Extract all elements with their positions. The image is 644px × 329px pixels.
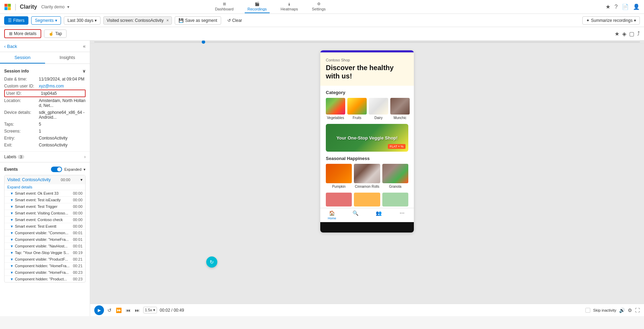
event-item-9: ▼ Tap: "Your One-Stop Veggie S... 00:19 (5, 249, 85, 256)
phone-nav-search[interactable]: 🔍 (344, 210, 367, 220)
timeline-track[interactable] (94, 42, 640, 42)
category-munchic[interactable]: Munchic (390, 98, 410, 120)
refresh-float-button[interactable]: ↻ (206, 256, 217, 268)
event-group-dropdown-icon[interactable]: ▾ (80, 177, 82, 182)
event-arrow-icon[interactable]: ▼ (10, 244, 14, 248)
event-arrow-icon[interactable]: ▼ (10, 271, 14, 275)
shop-hero: Contoso Shop Discover the healthy with u… (320, 52, 414, 86)
screenshot-button[interactable]: ▢ (629, 31, 634, 37)
banner-image[interactable]: Your One-Stop Veggie Shop! FLAT + % (326, 124, 408, 152)
skip-checkbox[interactable] (585, 308, 590, 313)
skip-inactivity-label[interactable]: Skip inactivity (593, 308, 616, 312)
nav-right-icons: ★ ? 📄 👤 (606, 3, 640, 10)
event-arrow-icon[interactable]: ▼ (10, 218, 14, 222)
event-arrow-icon[interactable]: ▼ (10, 225, 14, 228)
event-arrow-icon[interactable]: ▼ (10, 277, 14, 281)
event-arrow-icon[interactable]: ▼ (10, 238, 14, 242)
replay-button[interactable]: ↺ (107, 307, 112, 314)
tap-button[interactable]: ☝ Tap (44, 29, 66, 38)
fullscreen-icon[interactable]: ⛶ (635, 307, 640, 313)
timeline-handle[interactable] (202, 41, 205, 44)
heatmaps-icon: 🌡 (287, 2, 291, 6)
brand: | Clarity Clarity demo ▾ (4, 3, 69, 11)
more-icon: ⋯ (400, 210, 404, 216)
category-dairy[interactable]: Dairy (369, 98, 388, 120)
session-info-section: Session info ∨ Date & time: 11/19/2024, … (0, 64, 90, 151)
community-icon: 👥 (376, 210, 382, 216)
filters-button[interactable]: ☰ Filters (4, 16, 28, 25)
event-arrow-icon[interactable]: ▼ (10, 205, 14, 209)
bookmark-button[interactable]: ★ (615, 31, 619, 37)
labels-row[interactable]: Labels 3 › (0, 151, 90, 162)
more-details-button[interactable]: ⊞ More details (4, 29, 41, 38)
top-nav: | Clarity Clarity demo ▾ ⊞ Dashboard 🎬 R… (0, 0, 644, 14)
prev-button[interactable]: ⏮ (125, 307, 131, 314)
info-exit: Exit: ContosoActivity (4, 142, 86, 149)
help-icon[interactable]: ? (615, 4, 618, 10)
forward-button[interactable]: ⏩ (115, 307, 122, 314)
phone-bottom-nav: 🏠 Home 🔍 👥 ⋯ (320, 208, 414, 222)
event-arrow-icon[interactable]: ▼ (10, 211, 14, 215)
tap-icon: ☝ (49, 31, 54, 36)
export-button[interactable]: ⤴ (637, 31, 640, 37)
next-button[interactable]: ⏭ (134, 307, 140, 314)
nav-heatmaps[interactable]: 🌡 Heatmaps (278, 1, 301, 13)
expanded-toggle[interactable]: Expanded ▾ (51, 167, 86, 172)
settings-icon: ⚙ (317, 2, 321, 6)
event-arrow-icon[interactable]: ▼ (10, 231, 14, 235)
pumpkin-img (326, 164, 352, 183)
cinnamon-rolls-img (354, 164, 380, 183)
event-group-header[interactable]: Visited: ContosoActivity 00:00 ▾ (5, 175, 85, 184)
toggle-switch[interactable] (51, 167, 62, 172)
event-arrow-icon[interactable]: ▼ (10, 264, 14, 268)
date-dropdown-icon: ▾ (95, 18, 97, 23)
segments-button[interactable]: Segments ▾ (31, 16, 61, 25)
category-fruits[interactable]: Fruits (347, 98, 367, 120)
save-segment-button[interactable]: 💾 Save as segment (175, 16, 221, 25)
document-icon[interactable]: 📄 (622, 3, 629, 10)
event-arrow-icon[interactable]: ▼ (10, 258, 14, 261)
events-dropdown-icon[interactable]: ▾ (84, 167, 86, 172)
event-item-5: ▼ Smart event: Test Eventt 00:00 (5, 223, 85, 229)
play-button[interactable]: ▶ (94, 305, 104, 315)
phone-nav-home[interactable]: 🏠 Home (320, 210, 344, 220)
nav-settings[interactable]: ⚙ Settings (309, 0, 329, 13)
speed-button[interactable]: 1.5x ▾ (143, 307, 157, 313)
event-arrow-icon[interactable]: ▼ (10, 198, 14, 202)
event-arrow-icon[interactable]: ▼ (10, 192, 14, 195)
phone-frame: Contoso Shop Discover the healthy with u… (320, 50, 414, 233)
favorite-icon[interactable]: ★ (606, 3, 610, 10)
nav-dashboard[interactable]: ⊞ Dashboard (212, 0, 236, 13)
expand-details-link[interactable]: Expand details (5, 184, 85, 190)
info-custom-user-id: Custom user ID: xyz@ms.com (4, 83, 86, 90)
account-icon[interactable]: 👤 (633, 3, 640, 10)
back-button[interactable]: ‹ Back (4, 44, 17, 49)
volume-icon[interactable]: 🔊 (619, 307, 625, 313)
category-vegetables[interactable]: Vegetables (326, 98, 345, 120)
action-bar: ⊞ More details ☝ Tap ★ ◈ ▢ ⤴ (0, 27, 644, 41)
sidebar-tabs: Session Insights (0, 52, 90, 64)
seasonal-granola[interactable]: Granola (382, 164, 408, 188)
sidebar-collapse-button[interactable]: « (83, 43, 86, 49)
tab-insights[interactable]: Insights (45, 52, 90, 64)
session-info-toggle[interactable]: Session info ∨ (4, 67, 86, 76)
nav-recordings[interactable]: 🎬 Recordings (245, 0, 270, 13)
toggle-icon[interactable]: ⚙ (628, 307, 632, 313)
seasonal-cinnamon-rolls[interactable]: Cinnamon Rolls (354, 164, 380, 188)
info-location: Location: Amsterdam, North Holland, Net.… (4, 97, 86, 109)
event-arrow-icon[interactable]: ▼ (10, 251, 14, 255)
fruits-img (347, 98, 367, 115)
clear-button[interactable]: ↺ Clear (224, 17, 246, 24)
share-button[interactable]: ◈ (622, 31, 626, 37)
demo-dropdown-icon[interactable]: ▾ (67, 5, 69, 9)
filter-remove-button[interactable]: × (166, 18, 169, 23)
main-layout: ‹ Back « Session Insights Session info ∨… (0, 41, 644, 316)
phone-nav-more[interactable]: ⋯ (391, 210, 414, 220)
phone-nav-community[interactable]: 👥 (367, 210, 391, 220)
seasonal-pumpkin[interactable]: Pumpkin (326, 164, 352, 188)
date-range-button[interactable]: Last 300 days ▾ (64, 16, 101, 25)
timeline-container[interactable] (90, 41, 644, 43)
summarize-button[interactable]: ✦ Summarize recordings ▾ (582, 16, 640, 25)
seasonal-grid: Pumpkin Cinnamon Rolls Granola (326, 164, 408, 188)
tab-session[interactable]: Session (0, 52, 45, 64)
